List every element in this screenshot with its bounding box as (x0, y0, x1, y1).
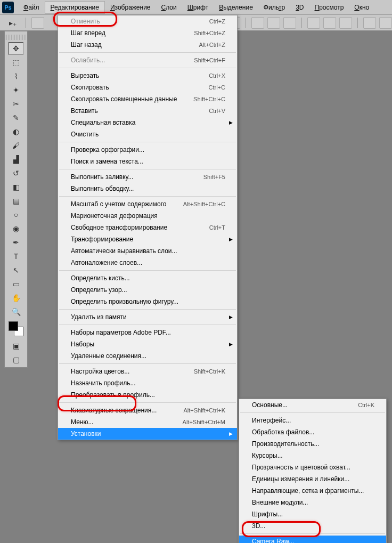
menu-file[interactable]: Файл (18, 2, 45, 13)
shape-tool[interactable]: ▭ (9, 278, 23, 290)
edit-menu-item-20[interactable]: Марионеточная деформация (58, 210, 237, 222)
presets-submenu-item-7[interactable]: Единицы измерения и линейки... (239, 473, 386, 485)
lasso-tool[interactable]: ⌇ (9, 70, 23, 83)
presets-submenu-item-2[interactable]: Интерфейс... (239, 415, 386, 426)
menu-item-label: Установки (71, 430, 101, 437)
wand-tool[interactable]: ✦ (9, 84, 23, 96)
presets-submenu-item-13[interactable]: Camera Raw... (239, 536, 386, 543)
stamp-tool[interactable]: ▟ (9, 153, 23, 166)
opt-1[interactable] (31, 17, 44, 29)
menu-view[interactable]: Просмотр (309, 2, 349, 13)
edit-menu-item-11[interactable]: Очистить (58, 128, 237, 140)
presets-submenu-item-4[interactable]: Производительность... (239, 438, 386, 450)
hand-tool[interactable]: ✋ (9, 291, 23, 304)
edit-menu-item-24[interactable]: Автоналожение слоев... (58, 257, 237, 269)
presets-submenu-item-10[interactable]: Шрифты... (239, 508, 386, 520)
menu-item-label: Клавиатурные сокращения... (71, 407, 157, 414)
edit-menu-item-21[interactable]: Свободное трансформированиеCtrl+T (58, 222, 237, 233)
menu-window[interactable]: Окно (349, 2, 374, 13)
dodge-tool[interactable]: ◉ (9, 222, 23, 235)
quickmask-toggle[interactable]: ▣ (9, 339, 23, 352)
edit-menu-item-34[interactable]: Удаленные соединения... (58, 350, 237, 362)
edit-menu-item-9[interactable]: ВставитьCtrl+V (58, 105, 237, 117)
eyedropper-tool[interactable]: ✎ (9, 111, 23, 124)
edit-menu-item-16[interactable]: Выполнить заливку...Shift+F5 (58, 171, 237, 183)
tool-preset-icon[interactable]: ▸₊ (5, 17, 20, 29)
eraser-tool[interactable]: ◧ (9, 181, 23, 193)
edit-menu-item-28[interactable]: Определить произвольную фигуру... (58, 296, 237, 307)
dist-2[interactable] (323, 17, 336, 29)
edit-menu-item-40[interactable]: Клавиатурные сокращения...Alt+Shift+Ctrl… (58, 404, 237, 416)
edit-menu-item-19[interactable]: Масштаб с учетом содержимогоAlt+Shift+Ct… (58, 198, 237, 210)
brush-tool[interactable]: 🖌 (9, 139, 23, 152)
edit-menu-item-7[interactable]: СкопироватьCtrl+C (58, 82, 237, 93)
menu-item-label: Camera Raw... (252, 538, 294, 543)
presets-submenu-item-8[interactable]: Направляющие, сетка и фрагменты... (239, 485, 386, 497)
menu-filter[interactable]: Фильтр (258, 2, 290, 13)
edit-menu-item-37[interactable]: Назначить профиль... (58, 377, 237, 389)
edit-menu-item-41[interactable]: Меню...Alt+Shift+Ctrl+M (58, 416, 237, 428)
menu-item-label: Направляющие, сетка и фрагменты... (252, 487, 364, 495)
menu-item-label: Преобразовать в профиль... (71, 391, 155, 399)
submenu-arrow-icon: ▶ (229, 237, 233, 242)
menu-edit[interactable]: Редактирование (45, 1, 105, 14)
menu-item-label: Очистить (71, 131, 99, 138)
dist-4[interactable] (363, 17, 376, 29)
presets-submenu-item-9[interactable]: Внешние модули... (239, 497, 386, 508)
edit-menu-item-27[interactable]: Определить узор... (58, 284, 237, 296)
edit-menu-item-17[interactable]: Выполнить обводку... (58, 183, 237, 194)
menu-layers[interactable]: Слои (156, 2, 182, 13)
presets-submenu-item-5[interactable]: Курсоры... (239, 450, 386, 461)
edit-menu-item-42[interactable]: Установки▶ (58, 428, 237, 440)
submenu-arrow-icon: ▶ (229, 314, 233, 320)
dist-3[interactable] (339, 17, 352, 29)
edit-menu-item-23[interactable]: Автоматически выравнивать слои... (58, 245, 237, 257)
edit-menu-item-6[interactable]: ВырезатьCtrl+X (58, 70, 237, 82)
align-center-v[interactable] (267, 17, 280, 29)
blur-tool[interactable]: ○ (9, 208, 23, 221)
presets-submenu-item-6[interactable]: Прозрачность и цветовой охват... (239, 461, 386, 473)
edit-menu-item-38[interactable]: Преобразовать в профиль... (58, 389, 237, 401)
edit-menu-item-1[interactable]: Шаг впередShift+Ctrl+Z (58, 27, 237, 39)
edit-menu-item-26[interactable]: Определить кисть... (58, 272, 237, 284)
gradient-tool[interactable]: ▤ (9, 194, 23, 207)
menu-image[interactable]: Изображение (105, 2, 156, 13)
menu-item-label: Свободное трансформирование (71, 224, 167, 231)
dist-1[interactable] (307, 17, 320, 29)
edit-menu-item-30[interactable]: Удалить из памяти▶ (58, 311, 237, 323)
edit-menu-item-36[interactable]: Настройка цветов...Shift+Ctrl+K (58, 366, 237, 377)
color-swatch[interactable] (9, 321, 23, 336)
crop-tool[interactable]: ✂ (9, 98, 23, 110)
align-bottom[interactable] (283, 17, 296, 29)
edit-menu-item-13[interactable]: Проверка орфографии... (58, 144, 237, 156)
pen-tool[interactable]: ✒ (9, 236, 23, 249)
edit-menu-item-2[interactable]: Шаг назадAlt+Ctrl+Z (58, 39, 237, 51)
edit-menu-item-14[interactable]: Поиск и замена текста... (58, 156, 237, 167)
spot-heal-tool[interactable]: ◐ (9, 125, 23, 138)
zoom-tool[interactable]: 🔍 (9, 305, 23, 318)
presets-submenu-item-3[interactable]: Обработка файлов... (239, 426, 386, 438)
path-tool[interactable]: ↖ (9, 264, 23, 277)
dist-5[interactable] (379, 17, 392, 29)
marquee-tool[interactable]: ⬚ (9, 56, 23, 69)
menu-select[interactable]: Выделение (214, 2, 258, 13)
panel-grip[interactable] (5, 35, 27, 40)
type-tool[interactable]: T (9, 250, 23, 263)
edit-menu-item-10[interactable]: Специальная вставка▶ (58, 117, 237, 128)
edit-menu-item-32[interactable]: Наборы параметров Adobe PDF... (58, 327, 237, 338)
edit-menu-item-0[interactable]: ОтменитьCtrl+Z (58, 15, 237, 27)
presets-submenu-item-0[interactable]: Основные...Ctrl+K (239, 399, 386, 411)
presets-submenu-item-11[interactable]: 3D... (239, 520, 386, 532)
history-brush-tool[interactable]: ↺ (9, 167, 23, 180)
move-tool[interactable]: ✥ (9, 42, 23, 55)
screenmode-toggle[interactable]: ▢ (9, 353, 23, 366)
menu-3d[interactable]: 3D (290, 2, 309, 13)
menu-item-shortcut: Shift+Ctrl+K (194, 368, 225, 375)
edit-menu-item-4[interactable]: Ослабить...Shift+Ctrl+F (58, 54, 237, 66)
align-top[interactable] (251, 17, 264, 29)
menu-type[interactable]: Шрифт (182, 2, 214, 13)
edit-menu-item-22[interactable]: Трансформирование▶ (58, 233, 237, 245)
edit-menu-item-33[interactable]: Наборы▶ (58, 338, 237, 350)
edit-menu-item-8[interactable]: Скопировать совмещенные данныеShift+Ctrl… (58, 93, 237, 105)
foreground-color[interactable] (9, 321, 18, 331)
